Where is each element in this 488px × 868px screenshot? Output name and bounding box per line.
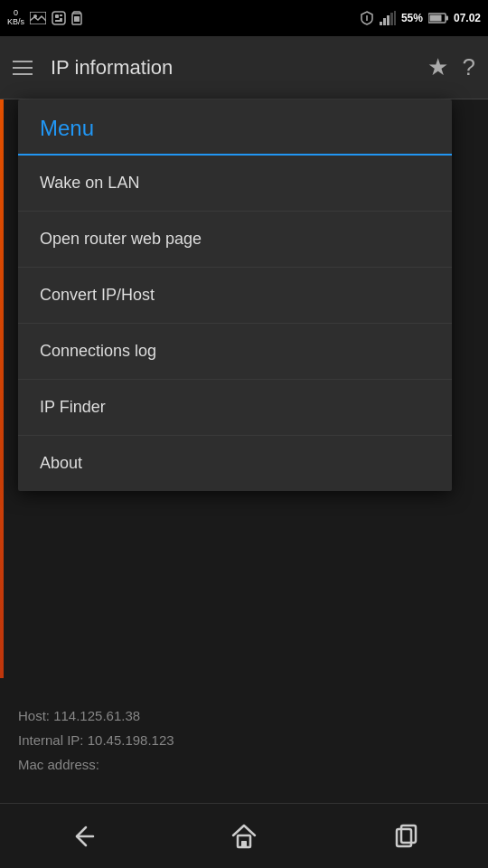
sim-icon <box>71 11 82 25</box>
hamburger-menu-icon[interactable] <box>13 54 40 81</box>
time-display: 07.02 <box>454 12 481 24</box>
svg-rect-20 <box>241 841 247 847</box>
svg-rect-10 <box>380 22 382 25</box>
battery-icon <box>428 13 448 24</box>
status-bar: 0 KB/s <box>0 0 488 36</box>
svg-rect-3 <box>55 14 59 18</box>
svg-rect-12 <box>387 15 389 25</box>
svg-rect-6 <box>55 20 62 22</box>
status-left: 0 KB/s <box>7 9 82 27</box>
home-button[interactable] <box>217 814 271 859</box>
svg-rect-11 <box>383 18 386 25</box>
left-accent-bar <box>0 99 4 678</box>
photo-icon <box>30 12 46 24</box>
info-section: Host: 114.125.61.38 Internal IP: 10.45.1… <box>0 693 488 796</box>
svg-rect-4 <box>60 14 62 16</box>
mac-address-info: Mac address: <box>18 757 470 772</box>
status-right: 55% 07.02 <box>360 11 481 25</box>
kb-counter: 0 KB/s <box>7 9 24 27</box>
svg-rect-14 <box>394 11 396 25</box>
recents-icon <box>393 823 420 850</box>
menu-item-convert-ip[interactable]: Convert IP/Host <box>18 268 452 324</box>
menu-header: Menu <box>18 99 452 156</box>
bbm-icon <box>52 11 66 25</box>
internal-ip-info: Internal IP: 10.45.198.123 <box>18 732 470 748</box>
top-right-icons: ★ ? <box>427 53 475 81</box>
battery-percent: 55% <box>401 12 423 24</box>
svg-rect-16 <box>446 16 448 21</box>
menu-item-wake-on-lan[interactable]: Wake on LAN <box>18 156 452 212</box>
svg-rect-13 <box>390 13 393 25</box>
menu-item-connections-log[interactable]: Connections log <box>18 324 452 380</box>
host-info: Host: 114.125.61.38 <box>18 708 470 723</box>
shield-icon <box>360 11 374 25</box>
recents-button[interactable] <box>380 814 434 859</box>
page-title: IP information <box>51 56 427 80</box>
back-arrow-icon <box>68 823 95 850</box>
svg-rect-17 <box>429 15 441 22</box>
help-icon[interactable]: ? <box>463 53 475 81</box>
favorite-icon[interactable]: ★ <box>427 53 448 81</box>
svg-rect-2 <box>52 12 65 24</box>
home-icon <box>230 823 258 850</box>
svg-rect-5 <box>60 18 62 20</box>
back-button[interactable] <box>54 814 108 859</box>
menu-item-ip-finder[interactable]: IP Finder <box>18 380 452 436</box>
signal-icon <box>380 11 396 25</box>
menu-item-about[interactable]: About <box>18 436 452 491</box>
menu-item-open-router[interactable]: Open router web page <box>18 212 452 268</box>
dropdown-menu: Menu Wake on LAN Open router web page Co… <box>18 99 452 491</box>
top-bar: IP information ★ ? <box>0 36 488 99</box>
bottom-nav <box>0 803 488 868</box>
svg-rect-8 <box>74 16 80 22</box>
